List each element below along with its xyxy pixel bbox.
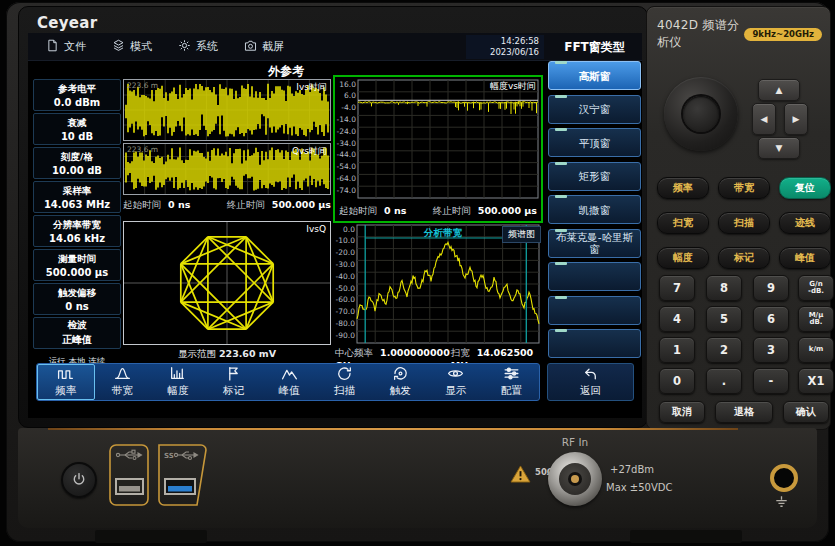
rotary-knob[interactable] xyxy=(664,77,738,151)
key-7[interactable]: 7 xyxy=(659,275,695,301)
chart-q-vs-time[interactable]: 223.6 m Qvs时间 xyxy=(123,143,331,195)
menu-item-mode[interactable]: 模式 xyxy=(112,39,152,55)
softkey-blank-2[interactable] xyxy=(548,296,641,325)
up-arrow-key[interactable]: ▲ xyxy=(758,79,800,101)
key-gndb[interactable]: G/n-dB. xyxy=(798,275,834,301)
key-4[interactable]: 4 xyxy=(659,306,695,332)
softkey-rectangular-window[interactable]: 矩形窗 xyxy=(548,162,641,191)
softkey-blank-3[interactable] xyxy=(548,329,641,358)
param-ref-level[interactable]: 参考电平0.0 dBm xyxy=(33,79,121,111)
down-arrow-key[interactable]: ▼ xyxy=(758,137,800,159)
param-rbw[interactable]: 分辨率带宽14.06 kHz xyxy=(33,215,121,247)
iq-time-quadrant[interactable]: 223.6 m Ivs时间 223.6 m Qvs时间 起始时间 0 ns 终止… xyxy=(123,79,331,215)
toolbar-sweep[interactable]: 扫描 xyxy=(317,364,373,400)
key-2[interactable]: 2 xyxy=(706,337,742,363)
instrument-front-panel: Ceyear 文件模式系统截屏 14:26:58 2023/06/16 外参考 … xyxy=(0,0,835,546)
frequency-range-badge: 9kHz~20GHz xyxy=(744,28,822,41)
softkey-blank-1[interactable] xyxy=(548,262,641,291)
key-x1[interactable]: X1 xyxy=(798,368,834,394)
fkey-sweep-key[interactable]: 扫描 xyxy=(718,212,770,234)
key-[interactable]: - xyxy=(753,368,789,394)
param-scale-div[interactable]: 刻度/格10.00 dB xyxy=(33,147,121,179)
back-button[interactable]: 返回 xyxy=(547,363,634,401)
chart-i-vs-time[interactable]: 223.6 m Ivs时间 xyxy=(123,79,331,141)
usb2-icon xyxy=(116,450,141,459)
key-5[interactable]: 5 xyxy=(706,306,742,332)
key-km[interactable]: k/m xyxy=(798,337,834,363)
key-mdb[interactable]: M/µdB. xyxy=(798,306,834,332)
fkey-bw-key[interactable]: 带宽 xyxy=(718,177,770,199)
key-confirm[interactable]: 确认 xyxy=(783,401,829,423)
spectrum-quadrant[interactable]: 0.0-10.0-20.0-30.0-40.0-50.0-60.0-70.0-8… xyxy=(333,223,543,361)
fkey-preset-key[interactable]: 复位 xyxy=(779,177,831,199)
toolbar-display[interactable]: 显示 xyxy=(428,364,484,400)
svg-text:-50.0: -50.0 xyxy=(336,284,356,293)
softkey-flattop-window[interactable]: 平顶窗 xyxy=(548,128,641,157)
svg-text:-60.0: -60.0 xyxy=(336,295,356,304)
key-8[interactable]: 8 xyxy=(706,275,742,301)
menu-item-system[interactable]: 系统 xyxy=(178,39,218,55)
svg-text:-24.0: -24.0 xyxy=(337,127,357,136)
softkey-gaussian-window[interactable]: 高斯窗 xyxy=(548,61,641,90)
key-1[interactable]: 1 xyxy=(659,337,695,363)
svg-text:-70.0: -70.0 xyxy=(336,307,356,316)
back-icon xyxy=(582,366,599,383)
key-9[interactable]: 9 xyxy=(753,275,789,301)
param-sample-rate[interactable]: 采样率14.063 MHz xyxy=(33,181,121,213)
softkey-menu-header: FFT窗类型 xyxy=(547,39,642,56)
toolbar-config[interactable]: 配置 xyxy=(484,364,540,400)
constellation-title: IvsQ xyxy=(306,224,326,234)
svg-text:-14.0: -14.0 xyxy=(337,115,357,124)
toolbar-amplitude[interactable]: 幅度 xyxy=(150,364,206,400)
menu-item-screenshot[interactable]: 截屏 xyxy=(244,39,284,55)
instrument-foot xyxy=(95,530,207,543)
mode-icon xyxy=(112,39,125,55)
tl-time-axis-labels: 起始时间 0 ns 终止时间 500.000 µs xyxy=(123,199,331,212)
menu-item-file[interactable]: 文件 xyxy=(46,39,86,55)
constellation-plot: IvsQ xyxy=(123,221,331,345)
screenshot-icon xyxy=(244,39,257,55)
key-cancel[interactable]: 取消 xyxy=(659,401,705,423)
key-0[interactable]: 0 xyxy=(659,368,695,394)
toolbar-marker[interactable]: 标记 xyxy=(206,364,262,400)
i-chart-title: Ivs时间 xyxy=(296,81,327,94)
bottom-toolbar: 频率带宽幅度标记峰值扫描触发显示配置 xyxy=(36,363,540,401)
svg-text:-20.0: -20.0 xyxy=(336,248,356,257)
param-meas-time[interactable]: 测量时间500.000 µs xyxy=(33,249,121,281)
svg-text:-90.0: -90.0 xyxy=(336,331,356,340)
svg-text:-64.0: -64.0 xyxy=(337,174,357,183)
amplitude-time-quadrant[interactable]: 16.06.0-4.0-14.0-24.0-34.0-44.0-54.0-64.… xyxy=(333,75,543,223)
key-[interactable]: . xyxy=(706,368,742,394)
fkey-marker-key[interactable]: 标记 xyxy=(718,247,770,269)
param-attenuation[interactable]: 衰减10 dB xyxy=(33,113,121,145)
toolbar-bandwidth[interactable]: 带宽 xyxy=(95,364,151,400)
power-button[interactable] xyxy=(61,462,97,498)
toolbar-frequency[interactable]: 频率 xyxy=(37,364,95,400)
left-arrow-key[interactable]: ◀ xyxy=(752,103,776,135)
fkey-freq-key[interactable]: 频率 xyxy=(657,177,709,199)
usb3-icon: SS xyxy=(164,452,198,460)
param-detector[interactable]: 检波正峰值 xyxy=(33,317,121,349)
max-power-label: +27dBm xyxy=(610,464,654,475)
parameter-sidebar: 参考电平0.0 dBm衰减10 dB刻度/格10.00 dB采样率14.063 … xyxy=(33,79,121,388)
toolbar-peak[interactable]: 峰值 xyxy=(261,364,317,400)
softkey-blackman-harris-window[interactable]: 布莱克曼-哈里斯窗 xyxy=(548,229,641,258)
fkey-amp-key[interactable]: 幅度 xyxy=(657,247,709,269)
softkey-hanning-window[interactable]: 汉宁窗 xyxy=(548,95,641,124)
q-chart-title: Qvs时间 xyxy=(292,145,327,158)
param-trig-offset[interactable]: 触发偏移0 ns xyxy=(33,283,121,315)
fkey-trace-key[interactable]: 迹线 xyxy=(779,212,831,234)
model-name: 4042D 频谱分析仪 xyxy=(657,17,744,51)
fkey-span-key[interactable]: 扫宽 xyxy=(657,212,709,234)
softkey-kaiser-window[interactable]: 凯撒窗 xyxy=(548,195,641,224)
toolbar-trigger[interactable]: 触发 xyxy=(372,364,428,400)
key-6[interactable]: 6 xyxy=(753,306,789,332)
right-arrow-key[interactable]: ▶ xyxy=(784,103,808,135)
constellation-quadrant[interactable]: IvsQ 显示范围 223.60 mV xyxy=(123,221,331,363)
svg-text:-80.0: -80.0 xyxy=(336,319,356,328)
key-3[interactable]: 3 xyxy=(753,337,789,363)
fkey-peak-key[interactable]: 峰值 xyxy=(779,247,831,269)
copper-trim xyxy=(48,428,738,430)
svg-text:-40.0: -40.0 xyxy=(336,272,356,281)
key-backspace[interactable]: 退格 xyxy=(715,401,773,423)
